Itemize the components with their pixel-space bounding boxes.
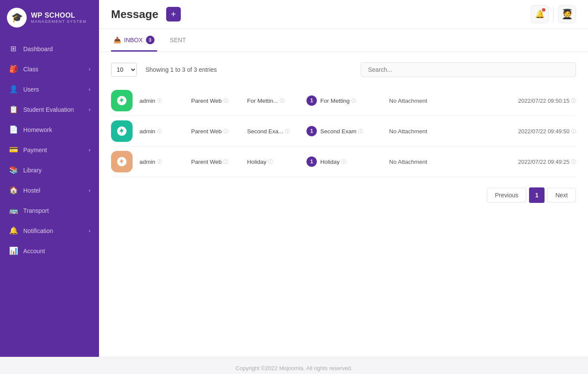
message-count-wrapper: 1 bbox=[303, 156, 320, 167]
search-input[interactable] bbox=[361, 62, 576, 77]
message-receiver: Parent Web ⓘ bbox=[191, 159, 247, 165]
sidebar-item-users[interactable]: 👤 Users › bbox=[0, 79, 99, 99]
table-row[interactable]: admin ⓘ Parent Web ⓘ For Mettin... ⓘ 1 bbox=[111, 86, 576, 116]
logo: 🎓 WP SCHOOL MANAGEMENT SYSTEM bbox=[0, 0, 99, 35]
chevron-right-icon: › bbox=[89, 228, 90, 234]
notification-icon: 🔔 bbox=[9, 226, 18, 235]
sidebar-item-class[interactable]: 🎒 Class › bbox=[0, 59, 99, 79]
message-sender: admin ⓘ bbox=[139, 98, 191, 104]
transport-icon: 🚌 bbox=[9, 206, 18, 215]
class-icon: 🎒 bbox=[9, 64, 18, 74]
homework-icon: 📄 bbox=[9, 125, 18, 134]
chevron-right-icon: › bbox=[89, 66, 90, 72]
message-receiver: Parent Web ⓘ bbox=[191, 98, 247, 104]
sidebar-item-transport[interactable]: 🚌 Transport bbox=[0, 200, 99, 221]
message-subject-full: Second Exam ⓘ bbox=[320, 128, 389, 135]
dashboard-icon: ⊞ bbox=[9, 44, 18, 53]
table-row[interactable]: admin ⓘ Parent Web ⓘ Second Exa... ⓘ 1 bbox=[111, 116, 576, 147]
sidebar-item-account[interactable]: 📊 Account bbox=[0, 241, 99, 261]
account-icon: 📊 bbox=[9, 246, 18, 255]
inbox-badge: 3 bbox=[146, 36, 155, 44]
message-subject-full: Holiday ⓘ bbox=[320, 159, 389, 165]
previous-button[interactable]: Previous bbox=[487, 188, 526, 202]
sidebar-item-label: Users bbox=[23, 86, 39, 93]
sidebar-item-label: Dashboard bbox=[23, 46, 53, 52]
message-count-wrapper: 1 bbox=[303, 126, 320, 136]
message-sender: admin ⓘ bbox=[139, 128, 191, 135]
footer: Copyright ©2022 Mojoomla. All rights res… bbox=[0, 357, 588, 374]
message-count: 1 bbox=[306, 126, 317, 136]
sidebar-item-label: Student Evaluation bbox=[23, 106, 74, 113]
add-message-button[interactable]: + bbox=[166, 7, 181, 21]
table-row[interactable]: admin ⓘ Parent Web ⓘ Holiday ⓘ 1 bbox=[111, 147, 576, 177]
evaluation-icon: 📋 bbox=[9, 105, 18, 114]
entries-select[interactable]: 10 25 50 bbox=[111, 63, 137, 77]
message-receiver: Parent Web ⓘ bbox=[191, 128, 247, 135]
message-date: 2022/07/22 09:49:25 ⓘ bbox=[449, 159, 576, 165]
sidebar-item-label: Homework bbox=[23, 126, 52, 133]
notification-bell-button[interactable]: 🔔 bbox=[531, 5, 549, 23]
sidebar-item-hostel[interactable]: 🏠 Hostel › bbox=[0, 180, 99, 200]
sidebar-item-homework[interactable]: 📄 Homework bbox=[0, 120, 99, 140]
chevron-right-icon: › bbox=[89, 86, 90, 92]
message-count: 1 bbox=[306, 95, 317, 106]
users-icon: 👤 bbox=[9, 85, 18, 94]
sidebar-item-label: Class bbox=[23, 66, 38, 73]
message-subject-full: For Metting ⓘ bbox=[320, 98, 389, 104]
header-actions: 🔔 🧑‍🎓 bbox=[531, 5, 576, 23]
payment-icon: 💳 bbox=[9, 145, 18, 154]
message-sender: admin ⓘ bbox=[139, 159, 191, 165]
message-avatar bbox=[111, 120, 133, 142]
logo-title: WP SCHOOL bbox=[31, 12, 87, 19]
sidebar-item-label: Notification bbox=[23, 227, 53, 234]
message-date: 2022/07/22 09:50:15 ⓘ bbox=[449, 98, 576, 104]
content-area: 10 25 50 Showing 1 to 3 of 3 entries adm bbox=[99, 52, 588, 357]
sidebar-item-notification[interactable]: 🔔 Notification › bbox=[0, 221, 99, 241]
tab-label: SENT bbox=[170, 37, 186, 43]
sidebar-item-label: Payment bbox=[23, 147, 47, 153]
page-number-1[interactable]: 1 bbox=[529, 187, 545, 203]
library-icon: 📚 bbox=[9, 166, 18, 175]
notification-badge bbox=[542, 8, 545, 12]
message-count-wrapper: 1 bbox=[303, 95, 320, 106]
message-date: 2022/07/22 09:49:50 ⓘ bbox=[449, 128, 576, 135]
sidebar-item-label: Account bbox=[23, 248, 45, 254]
message-subject-short: Holiday ⓘ bbox=[247, 159, 303, 165]
tab-inbox[interactable]: 📥 INBOX 3 bbox=[111, 29, 157, 52]
message-attachment: No Attachment bbox=[389, 98, 449, 104]
message-attachment: No Attachment bbox=[389, 159, 449, 165]
logo-subtitle: MANAGEMENT SYSTEM bbox=[31, 19, 87, 24]
message-avatar bbox=[111, 90, 133, 111]
tab-sent[interactable]: SENT bbox=[167, 30, 189, 51]
logo-text: WP SCHOOL MANAGEMENT SYSTEM bbox=[31, 12, 87, 24]
next-button[interactable]: Next bbox=[547, 188, 576, 202]
header-divider bbox=[553, 6, 554, 22]
chevron-right-icon: › bbox=[89, 187, 90, 193]
sidebar-item-label: Transport bbox=[23, 207, 49, 214]
tabs-bar: 📥 INBOX 3 SENT bbox=[99, 29, 588, 52]
sidebar-item-student-evaluation[interactable]: 📋 Student Evaluation › bbox=[0, 99, 99, 120]
table-controls: 10 25 50 Showing 1 to 3 of 3 entries bbox=[111, 62, 576, 77]
page-title: Message bbox=[111, 8, 158, 21]
message-attachment: No Attachment bbox=[389, 128, 449, 135]
sidebar-item-label: Hostel bbox=[23, 187, 40, 194]
message-subject-short: For Mettin... ⓘ bbox=[247, 98, 303, 104]
avatar: 🧑‍🎓 bbox=[561, 9, 573, 20]
pagination: Previous 1 Next bbox=[111, 187, 576, 203]
footer-text: Copyright ©2022 Mojoomla. All rights res… bbox=[235, 365, 353, 371]
user-avatar-button[interactable]: 🧑‍🎓 bbox=[558, 5, 576, 23]
message-count: 1 bbox=[306, 156, 317, 167]
sidebar: 🎓 WP SCHOOL MANAGEMENT SYSTEM ⊞ Dashboar… bbox=[0, 0, 99, 357]
entries-per-page: 10 25 50 bbox=[111, 63, 137, 77]
sidebar-item-dashboard[interactable]: ⊞ Dashboard bbox=[0, 39, 99, 59]
inbox-icon: 📥 bbox=[114, 37, 121, 43]
chevron-right-icon: › bbox=[89, 147, 90, 153]
sidebar-item-label: Library bbox=[23, 167, 42, 174]
header: Message + 🔔 🧑‍🎓 bbox=[99, 0, 588, 29]
sidebar-nav: ⊞ Dashboard 🎒 Class › 👤 Users › 📋 Studen… bbox=[0, 35, 99, 357]
sidebar-item-library[interactable]: 📚 Library bbox=[0, 160, 99, 180]
showing-text: Showing 1 to 3 of 3 entries bbox=[145, 66, 217, 73]
hostel-icon: 🏠 bbox=[9, 186, 18, 195]
main-content: Message + 🔔 🧑‍🎓 📥 INBOX 3 SENT bbox=[99, 0, 588, 357]
sidebar-item-payment[interactable]: 💳 Payment › bbox=[0, 140, 99, 160]
